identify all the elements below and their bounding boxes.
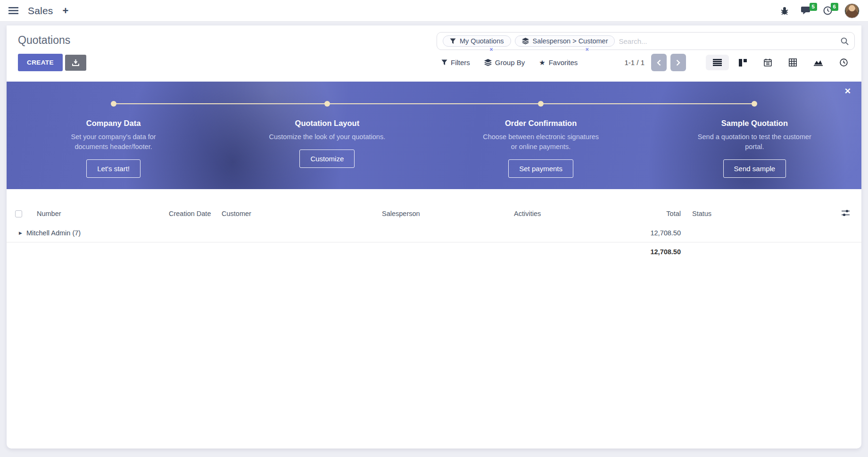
pager-previous-button[interactable] [651, 54, 667, 71]
user-avatar[interactable] [844, 3, 860, 18]
list-view: Number Creation Date Customer Salesperso… [7, 203, 861, 261]
group-by-label: Group By [495, 58, 525, 66]
group-total: 12,708.50 [633, 224, 685, 242]
activities-badge: 6 [831, 3, 838, 11]
step-dot [752, 101, 757, 107]
page-title: Quotations [18, 34, 70, 47]
onboarding-step-quotation-layout: Quotation Layout Customize the look of y… [220, 82, 434, 189]
list-header-row: Number Creation Date Customer Salesperso… [7, 203, 861, 224]
search-facet-groupby[interactable]: Salesperson > Customer × [515, 35, 615, 47]
onboarding-banner: ✕ Company Data Set your company's data f… [7, 82, 861, 189]
pager-value[interactable]: 1-1 / 1 [624, 58, 645, 66]
banner-close-icon[interactable]: ✕ [844, 86, 851, 96]
search-input[interactable] [619, 37, 837, 45]
column-header-status[interactable]: Status [685, 203, 838, 224]
group-row-mitchell-admin[interactable]: ▶ Mitchell Admin (7) 12,708.50 [7, 224, 861, 242]
view-activity-button[interactable] [833, 54, 855, 71]
customize-button[interactable]: Customize [299, 150, 355, 168]
filters-label: Filters [451, 58, 470, 66]
column-header-total[interactable]: Total [633, 203, 685, 224]
step-dot [538, 101, 544, 107]
list-footer-row: 12,708.50 [7, 242, 861, 262]
step-dot [111, 101, 116, 107]
layers-icon [522, 38, 529, 44]
view-kanban-button[interactable] [732, 55, 754, 71]
filter-funnel-icon [450, 38, 456, 44]
facet-label: Salesperson > Customer [533, 37, 608, 45]
step-description: Send a quotation to test the customer po… [695, 132, 813, 152]
search-facet-my-quotations[interactable]: My Quotations × [443, 35, 511, 47]
debug-bug-icon[interactable] [780, 7, 789, 15]
footer-total: 12,708.50 [633, 242, 685, 262]
list-view-icon [713, 59, 722, 66]
calendar-view-icon [764, 58, 772, 66]
view-pivot-button[interactable] [782, 54, 804, 71]
export-button[interactable] [65, 55, 86, 71]
create-button[interactable]: CREATE [18, 54, 63, 71]
filters-button[interactable]: Filters [441, 58, 470, 66]
view-list-button[interactable] [706, 55, 729, 70]
select-all-checkbox[interactable] [15, 210, 22, 217]
activities-clock-icon[interactable]: 6 [823, 6, 832, 15]
download-icon [72, 59, 79, 66]
search-options: Filters Group By ★ Favorites [437, 58, 578, 67]
facet-remove-icon[interactable]: × [489, 46, 493, 53]
group-expand-caret-icon[interactable]: ▶ [19, 231, 22, 235]
apps-menu-icon[interactable] [8, 7, 18, 14]
view-graph-button[interactable] [807, 55, 830, 70]
column-header-customer[interactable]: Customer [218, 203, 378, 224]
onboarding-step-sample-quotation: Sample Quotation Send a quotation to tes… [648, 82, 861, 189]
onboarding-step-order-confirmation: Order Confirmation Choose between electr… [434, 82, 648, 189]
onboarding-step-company-data: Company Data Set your company's data for… [7, 82, 220, 189]
messages-icon[interactable]: 5 [801, 6, 811, 15]
activity-view-icon [840, 58, 848, 66]
page-background: Quotations My Quotations × Salesperson >… [0, 22, 868, 449]
pivot-view-icon [789, 58, 797, 66]
pager: 1-1 / 1 [624, 54, 686, 71]
column-header-number[interactable]: Number [33, 203, 165, 224]
step-description: Customize the look of your quotations. [268, 132, 386, 142]
step-title: Company Data [7, 119, 220, 128]
column-header-creation-date[interactable]: Creation Date [165, 203, 218, 224]
step-title: Quotation Layout [220, 119, 434, 128]
favorites-button[interactable]: ★ Favorites [539, 58, 578, 67]
pager-next-button[interactable] [670, 54, 686, 71]
set-payments-button[interactable]: Set payments [508, 159, 573, 178]
step-title: Sample Quotation [648, 119, 861, 128]
step-description: Choose between electronic signatures or … [482, 132, 600, 152]
search-icon[interactable] [841, 37, 849, 45]
kanban-view-icon [739, 59, 747, 66]
send-sample-button[interactable]: Send sample [723, 159, 786, 178]
column-header-salesperson[interactable]: Salesperson [378, 203, 510, 224]
lets-start-button[interactable]: Let's start! [86, 159, 141, 178]
star-icon: ★ [539, 58, 545, 67]
chevron-right-icon [676, 59, 680, 66]
chevron-left-icon [657, 59, 661, 66]
adjust-columns-icon [842, 209, 850, 216]
view-switcher [706, 54, 855, 71]
column-header-activities[interactable]: Activities [510, 203, 633, 224]
top-navbar: Sales + 5 6 [0, 0, 868, 22]
group-by-button[interactable]: Group By [484, 58, 525, 66]
step-description: Set your company's data for documents he… [55, 132, 173, 152]
group-label: Mitchell Admin (7) [26, 229, 81, 237]
step-title: Order Confirmation [434, 119, 648, 128]
layers-icon [484, 59, 492, 66]
new-tab-icon[interactable]: + [63, 6, 69, 16]
facet-label: My Quotations [460, 37, 504, 45]
filter-funnel-icon [441, 59, 447, 66]
app-name[interactable]: Sales [28, 5, 53, 17]
control-panel: Quotations My Quotations × Salesperson >… [7, 25, 861, 76]
optional-columns-toggle[interactable] [838, 203, 861, 224]
messages-badge: 5 [810, 3, 817, 11]
graph-view-icon [814, 59, 823, 66]
step-dot [324, 101, 330, 107]
content-card: Quotations My Quotations × Salesperson >… [7, 25, 861, 449]
search-bar[interactable]: My Quotations × Salesperson > Customer × [437, 32, 855, 50]
view-calendar-button[interactable] [757, 54, 779, 71]
favorites-label: Favorites [549, 58, 578, 66]
facet-remove-icon[interactable]: × [586, 46, 589, 53]
